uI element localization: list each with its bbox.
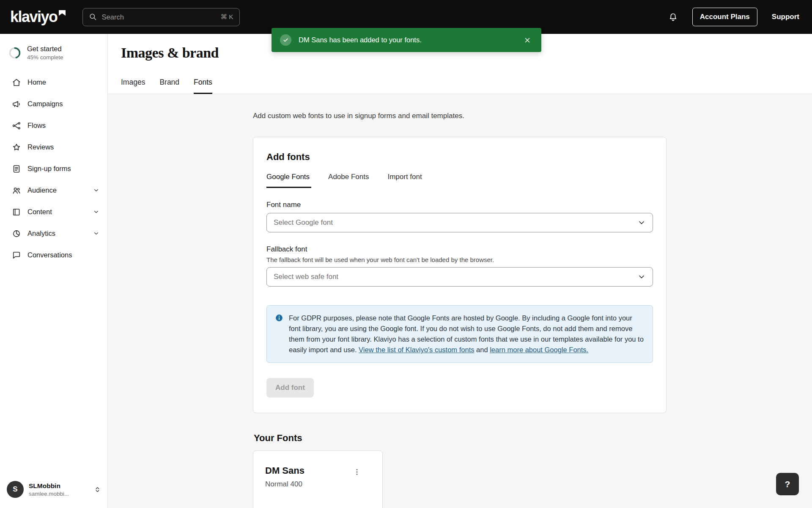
sidebar-nav: Home Campaigns Flows Reviews Sign-up for… — [0, 72, 107, 266]
tab-brand[interactable]: Brand — [159, 78, 179, 94]
support-link[interactable]: Support — [772, 13, 799, 21]
chevron-down-icon — [93, 208, 100, 215]
gdpr-text: For GDPR purposes, please note that Goog… — [289, 313, 645, 355]
megaphone-icon — [12, 99, 21, 109]
sidebar-item-label: Sign-up forms — [27, 165, 71, 173]
fallback-font-help: The fallback font will be used when your… — [266, 256, 653, 263]
toast-notification: DM Sans has been added to your fonts. — [272, 28, 541, 52]
kebab-menu-icon — [353, 468, 361, 476]
sidebar-item-label: Reviews — [27, 143, 54, 151]
tab-fonts[interactable]: Fonts — [194, 78, 212, 94]
help-button[interactable]: ? — [776, 473, 799, 495]
account-plans-button[interactable]: Account Plans — [692, 8, 757, 26]
sidebar-item-label: Campaigns — [27, 100, 63, 108]
fallback-font-select[interactable]: Select web safe font — [266, 267, 653, 287]
fallback-font-placeholder: Select web safe font — [274, 273, 338, 281]
your-fonts-title: Your Fonts — [254, 433, 302, 444]
font-source-tabs: Google Fonts Adobe Fonts Import font — [266, 173, 653, 188]
sidebar-item-label: Analytics — [27, 229, 55, 237]
get-started-widget[interactable]: Get started 45% complete — [0, 34, 107, 61]
sidebar-item-label: Content — [27, 208, 52, 216]
search-box[interactable]: ⌘ K — [82, 8, 240, 26]
notifications-bell-icon[interactable] — [668, 12, 678, 22]
user-name: SLMobbin — [29, 482, 69, 490]
sidebar-item-label: Conversations — [27, 251, 72, 259]
progress-ring-icon — [8, 47, 21, 59]
pie-chart-icon — [12, 229, 21, 238]
google-font-placeholder: Select Google font — [274, 218, 333, 227]
search-icon — [89, 13, 97, 21]
fallback-font-label: Fallback font — [266, 245, 653, 254]
klaviyo-logo[interactable]: klaviyo — [10, 9, 66, 25]
chat-bubble-icon — [12, 251, 21, 260]
sidebar-item-label: Audience — [27, 186, 57, 194]
form-icon — [12, 164, 21, 174]
page-tabs: Images Brand Fonts — [121, 78, 212, 94]
user-account-switcher[interactable]: S SLMobbin samlee.mobbi... — [0, 474, 107, 508]
star-icon — [12, 143, 21, 152]
book-icon — [12, 207, 21, 217]
avatar: S — [7, 481, 24, 498]
add-fonts-card: Add fonts Google Fonts Adobe Fonts Impor… — [253, 137, 667, 413]
chevron-down-icon — [637, 218, 646, 227]
home-icon — [12, 78, 21, 87]
klaviyo-flag-icon — [59, 10, 66, 16]
sidebar-item-label: Flows — [27, 121, 46, 130]
fonts-content: Add custom web fonts to use in signup fo… — [108, 94, 812, 508]
logo-text: klaviyo — [10, 9, 58, 25]
google-fonts-learn-more-link[interactable]: learn more about Google Fonts. — [490, 346, 588, 353]
search-input[interactable] — [102, 13, 216, 21]
sidebar-item-reviews[interactable]: Reviews — [0, 136, 107, 158]
sidebar-item-conversations[interactable]: Conversations — [0, 244, 107, 266]
add-font-button[interactable]: Add font — [266, 378, 314, 398]
font-card-dm-sans: DM Sans Normal 400 — [253, 450, 383, 508]
user-meta: SLMobbin samlee.mobbi... — [29, 482, 69, 497]
add-fonts-title: Add fonts — [266, 152, 653, 163]
sidebar-item-campaigns[interactable]: Campaigns — [0, 93, 107, 115]
toast-message: DM Sans has been added to your fonts. — [299, 36, 422, 44]
chevron-up-down-icon — [93, 486, 102, 494]
sidebar-item-analytics[interactable]: Analytics — [0, 223, 107, 244]
klaviyo-custom-fonts-link[interactable]: View the list of Klaviyo's custom fonts — [359, 346, 474, 353]
sidebar-item-content[interactable]: Content — [0, 201, 107, 223]
sidebar-item-flows[interactable]: Flows — [0, 115, 107, 136]
tab-import-font[interactable]: Import font — [387, 173, 423, 188]
font-card-menu-button[interactable] — [351, 466, 363, 478]
fonts-intro-text: Add custom web fonts to use in signup fo… — [253, 112, 464, 120]
topbar-actions: Account Plans Support — [668, 8, 799, 26]
people-icon — [12, 186, 21, 195]
success-check-icon — [280, 34, 291, 46]
sidebar: Get started 45% complete Home Campaigns … — [0, 34, 108, 508]
sidebar-item-audience[interactable]: Audience — [0, 179, 107, 201]
font-name-label: Font name — [266, 201, 653, 209]
chevron-down-icon — [93, 230, 100, 237]
chevron-down-icon — [637, 273, 646, 281]
search-shortcut: ⌘ K — [220, 13, 233, 21]
tab-adobe-fonts[interactable]: Adobe Fonts — [328, 173, 370, 188]
font-variant: Normal 400 — [265, 480, 370, 489]
sidebar-item-signup-forms[interactable]: Sign-up forms — [0, 158, 107, 179]
sidebar-item-label: Home — [27, 78, 46, 86]
get-started-progress: 45% complete — [27, 54, 63, 61]
flow-branch-icon — [12, 121, 21, 130]
toast-close-icon[interactable] — [522, 35, 533, 46]
google-font-select[interactable]: Select Google font — [266, 213, 653, 232]
tab-google-fonts[interactable]: Google Fonts — [266, 173, 311, 188]
klaviyo-app: klaviyo ⌘ K Account Plans Support DM San… — [0, 0, 812, 508]
page-title: Images & brand — [121, 45, 219, 61]
sidebar-item-home[interactable]: Home — [0, 72, 107, 93]
gdpr-text-2: and — [474, 346, 490, 353]
tab-images[interactable]: Images — [121, 78, 145, 94]
user-email: samlee.mobbi... — [29, 491, 69, 497]
chevron-down-icon — [93, 187, 100, 194]
get-started-title: Get started — [27, 45, 63, 53]
info-icon — [275, 314, 283, 322]
gdpr-info-banner: For GDPR purposes, please note that Goog… — [266, 305, 653, 363]
